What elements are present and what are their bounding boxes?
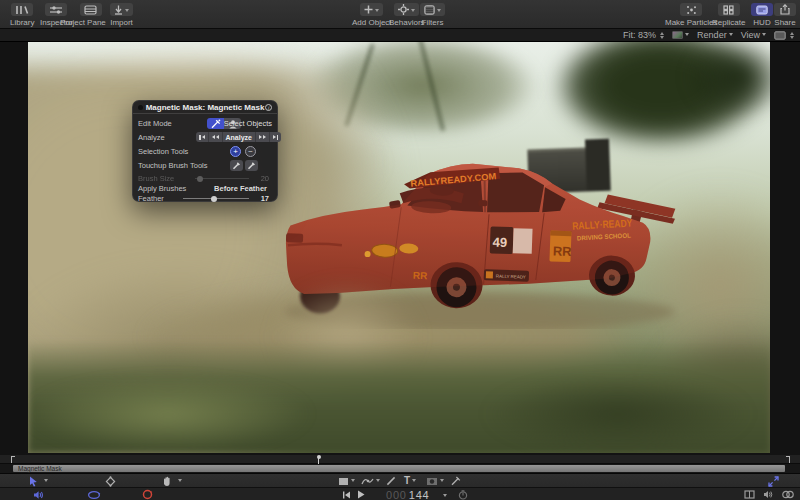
select-tool-menu[interactable] (44, 475, 48, 487)
magnetic-mask-track-bar[interactable]: Magnetic Mask (13, 465, 785, 472)
add-object-button[interactable]: Add Object (352, 3, 392, 27)
channels-control[interactable] (672, 31, 689, 39)
chevron-down-icon (411, 9, 415, 14)
scene-grass-dark (448, 364, 770, 453)
record-button[interactable] (142, 488, 153, 500)
brush-icon (232, 161, 241, 170)
pan-tool[interactable] (162, 475, 172, 487)
library-button[interactable]: Library (10, 3, 34, 27)
canvas-viewer: RALLYREADY.COM 49 (0, 42, 800, 455)
analyze-backward-button[interactable] (209, 132, 223, 142)
view-menu[interactable]: View (741, 30, 766, 40)
timecode-format-menu[interactable] (443, 488, 447, 500)
make-particles-button[interactable]: Make Particles (665, 3, 717, 27)
stepper-icon (790, 30, 794, 41)
mask-rect-icon (426, 477, 438, 486)
stepper-icon (660, 30, 664, 41)
plus-icon (364, 5, 373, 14)
play-button[interactable] (357, 488, 365, 500)
play-range-out-marker[interactable] (786, 456, 790, 463)
loop-playback-toggle[interactable] (87, 488, 101, 500)
subtract-selection-tool-button[interactable]: − (245, 146, 256, 157)
mute-toggle[interactable] (763, 488, 773, 500)
mask-tool[interactable] (426, 475, 444, 487)
info-icon[interactable]: i (265, 104, 272, 111)
playhead[interactable] (316, 455, 321, 464)
hud-close-icon[interactable] (138, 105, 143, 110)
touchup-brush-erase-button[interactable] (245, 160, 258, 171)
expand-arrows-icon (768, 476, 779, 487)
add-object-label: Add Object (352, 18, 392, 27)
render-menu[interactable]: Render (697, 30, 733, 40)
hud-button[interactable]: HUD (751, 3, 773, 27)
filters-button[interactable]: Filters (420, 3, 445, 27)
go-to-start-button[interactable] (342, 488, 351, 500)
project-pane-button[interactable]: Project Pane (60, 3, 106, 27)
text-tool[interactable]: T (404, 475, 416, 487)
brush-size-label: Brush Size (138, 174, 174, 183)
apply-brushes-popup[interactable]: Before Feather (214, 184, 267, 193)
adjust-3d-transform-tool[interactable] (105, 475, 116, 487)
analyze-to-end-button[interactable] (270, 132, 282, 142)
magnetic-mask-hud[interactable]: Magnetic Mask: Magnetic Mask i Edit Mode… (132, 100, 278, 202)
timeline-ruler[interactable] (0, 455, 800, 464)
expand-viewer-button[interactable] (768, 475, 779, 487)
speaker-icon (33, 490, 44, 500)
chevron-down-icon (685, 33, 689, 38)
audio-playback-toggle[interactable] (33, 488, 44, 500)
line-tool[interactable] (386, 475, 396, 487)
feather-label: Feather (138, 194, 164, 203)
chevron-down-icon (376, 479, 380, 484)
analyze-button[interactable]: Analyze (223, 132, 256, 142)
bezier-tool[interactable] (361, 475, 380, 487)
share-icon (780, 4, 790, 15)
frame-number: 144 (409, 489, 430, 500)
share-button[interactable]: Share (774, 3, 796, 27)
rectangle-shape-tool[interactable] (338, 475, 355, 487)
show-full-view-toggle[interactable] (744, 488, 755, 500)
viewer-options-bar: Fit: 83% Render View (0, 29, 800, 42)
add-selection-tool-button[interactable]: + (230, 146, 241, 157)
top-toolbar: Library Inspector Project Pane Import Ad… (0, 0, 800, 29)
film-frame-icon (744, 490, 755, 499)
view-label: View (741, 30, 760, 40)
chevron-down-icon (443, 494, 447, 499)
play-range-in-marker[interactable] (11, 456, 15, 463)
project-pane-icon (84, 5, 97, 15)
magnetic-wand-icon (210, 119, 221, 129)
chevron-down-icon (351, 479, 355, 484)
import-button[interactable]: Import (110, 3, 133, 27)
brush-size-slider[interactable] (195, 178, 249, 179)
chevron-down-icon (412, 479, 416, 484)
hud-icon (756, 5, 768, 15)
feather-slider[interactable] (183, 198, 249, 199)
loop-chain-icon (781, 490, 795, 499)
display-layout-control[interactable] (774, 30, 794, 41)
rectangle-icon (338, 477, 349, 486)
pan-tool-menu[interactable] (178, 475, 182, 487)
edit-mode-label: Edit Mode (138, 119, 172, 128)
import-icon (114, 5, 123, 15)
touchup-brush-add-button[interactable] (230, 160, 243, 171)
import-label: Import (110, 18, 133, 27)
magnetic-mask-tool[interactable] (450, 475, 461, 487)
replicate-button[interactable]: Replicate (712, 3, 745, 27)
scene-grass-light (28, 364, 358, 453)
library-label: Library (10, 18, 34, 27)
timing-display-button[interactable] (458, 488, 468, 500)
brush-size-value: 20 (261, 174, 269, 183)
motion-app-window: Library Inspector Project Pane Import Ad… (0, 0, 800, 500)
transform-icon (105, 476, 116, 487)
fit-value: Fit: 83% (623, 30, 656, 40)
draw-mask-tool-button[interactable] (207, 118, 224, 129)
clock-icon (458, 490, 468, 500)
select-transform-tool[interactable] (29, 475, 38, 487)
analyze-forward-button[interactable] (256, 132, 270, 142)
analyze-to-start-button[interactable] (196, 132, 209, 142)
apply-brushes-row: Apply Brushes Before Feather (133, 183, 277, 193)
current-frame-field[interactable]: 000144 (386, 488, 430, 500)
zoom-fit-control[interactable]: Fit: 83% (623, 30, 664, 41)
loop-toggle[interactable] (781, 488, 795, 500)
filters-icon (424, 5, 435, 15)
selection-tools-label: Selection Tools (138, 147, 188, 156)
